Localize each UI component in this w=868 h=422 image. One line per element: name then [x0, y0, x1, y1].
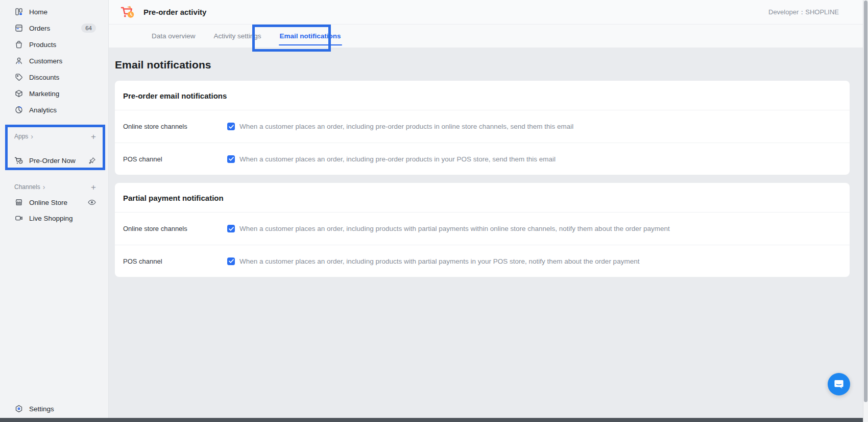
sidebar-item-customers[interactable]: Customers: [0, 53, 108, 69]
content-area: Email notifications Pre-order email noti…: [109, 48, 863, 422]
preorder-app-icon: [120, 5, 135, 20]
apps-section-label: Apps: [14, 133, 28, 140]
sidebar-item-label: Analytics: [29, 106, 96, 114]
analytics-icon: [14, 106, 23, 114]
row-label: Online store channels: [123, 123, 227, 130]
setting-row-pos: POS channel When a customer places an or…: [115, 245, 850, 277]
card-pre-order-email-notifications: Pre-order email notifications Online sto…: [115, 81, 850, 175]
discounts-icon: [14, 73, 23, 82]
sidebar-item-marketing[interactable]: Marketing: [0, 85, 108, 102]
sidebar-item-home[interactable]: Home: [0, 4, 108, 20]
add-app-icon[interactable]: +: [91, 132, 96, 141]
customers-icon: [14, 57, 23, 65]
marketing-icon: [14, 89, 23, 98]
video-camera-icon: [14, 214, 23, 223]
eye-icon[interactable]: [88, 199, 96, 205]
sidebar-item-label: Settings: [29, 405, 96, 413]
row-label: POS channel: [123, 257, 227, 265]
sidebar-item-label: Pre-Order Now: [29, 157, 88, 165]
checkbox-checked[interactable]: [227, 155, 235, 163]
sidebar-section-channels[interactable]: Channels › +: [0, 180, 108, 194]
checkbox-checked[interactable]: [227, 257, 235, 265]
chevron-right-icon: ›: [43, 183, 45, 191]
storefront-icon: [14, 198, 23, 207]
tab-activity-settings[interactable]: Activity settings: [211, 25, 264, 48]
section-heading: Email notifications: [115, 59, 850, 71]
pin-icon[interactable]: [88, 157, 96, 165]
setting-row-online-store: Online store channels When a customer pl…: [115, 213, 850, 245]
checkbox-checked[interactable]: [227, 225, 235, 232]
sidebar-nav: Home Orders 64 Products Customers: [0, 0, 108, 118]
home-icon: [14, 8, 23, 16]
setting-row-pos: POS channel When a customer places an or…: [115, 143, 850, 175]
scrollbar-track[interactable]: [863, 0, 868, 422]
row-description: When a customer places an order, includi…: [239, 225, 670, 232]
products-icon: [14, 40, 23, 49]
sidebar-item-products[interactable]: Products: [0, 36, 108, 53]
sidebar-item-orders[interactable]: Orders 64: [0, 20, 108, 36]
chat-launcher-button[interactable]: [828, 373, 850, 395]
card-title: Partial payment notification: [115, 183, 850, 213]
orders-icon: [14, 24, 23, 33]
developer-label: Developer：SHOPLINE: [768, 8, 839, 17]
sidebar-item-live-shopping[interactable]: Live Shopping: [0, 210, 108, 226]
window-bottom-edge: [0, 418, 863, 422]
row-description: When a customer places an order, includi…: [239, 123, 573, 130]
add-channel-icon[interactable]: +: [91, 183, 96, 192]
sidebar-item-label: Live Shopping: [29, 215, 96, 222]
sidebar: Home Orders 64 Products Customers: [0, 0, 109, 422]
page-title: Pre-order activity: [143, 8, 206, 16]
app-header: Pre-order activity Developer：SHOPLINE: [109, 0, 863, 25]
tab-data-overview[interactable]: Data overview: [149, 25, 199, 48]
setting-row-online-store: Online store channels When a customer pl…: [115, 110, 850, 143]
tab-bar: Data overview Activity settings Email no…: [109, 25, 863, 48]
sidebar-item-label: Home: [29, 8, 96, 16]
main-area: Pre-order activity Developer：SHOPLINE Da…: [109, 0, 863, 422]
row-label: POS channel: [123, 155, 227, 163]
row-label: Online store channels: [123, 225, 227, 232]
row-description: When a customer places an order, includi…: [239, 155, 556, 163]
sidebar-item-label: Discounts: [29, 74, 96, 81]
sidebar-item-label: Orders: [29, 25, 81, 32]
sidebar-item-label: Customers: [29, 57, 96, 65]
tab-email-notifications[interactable]: Email notifications: [277, 25, 344, 48]
sidebar-item-settings[interactable]: Settings: [0, 401, 108, 417]
chat-bubble-icon: [833, 379, 845, 390]
preorder-cart-icon: [14, 156, 23, 165]
card-title: Pre-order email notifications: [115, 81, 850, 110]
checkbox-checked[interactable]: [227, 123, 235, 130]
sidebar-item-pre-order-now[interactable]: Pre-Order Now: [0, 152, 108, 169]
sidebar-item-label: Online Store: [29, 199, 88, 206]
sidebar-item-discounts[interactable]: Discounts: [0, 69, 108, 85]
chevron-right-icon: ›: [31, 133, 33, 140]
sidebar-item-label: Products: [29, 41, 96, 49]
sidebar-item-analytics[interactable]: Analytics: [0, 102, 108, 118]
gear-icon: [14, 405, 23, 413]
channels-section-label: Channels: [14, 183, 40, 191]
row-description: When a customer places an order, includi…: [239, 257, 639, 265]
orders-count-badge: 64: [81, 24, 96, 33]
scrollbar-thumb[interactable]: [864, 1, 867, 402]
sidebar-section-apps[interactable]: Apps › +: [0, 129, 108, 144]
sidebar-item-online-store[interactable]: Online Store: [0, 195, 108, 210]
card-partial-payment-notification: Partial payment notification Online stor…: [115, 183, 850, 277]
sidebar-item-label: Marketing: [29, 90, 96, 98]
